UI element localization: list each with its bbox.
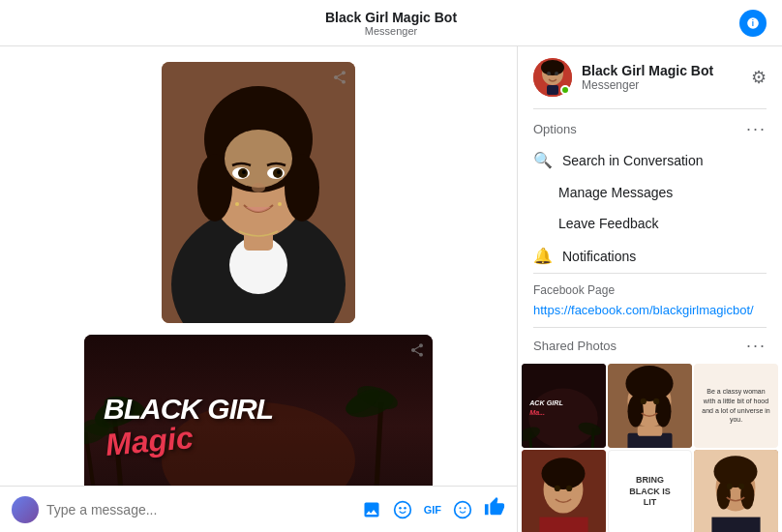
chat-area: BLACK GIRL Magic <box>0 46 518 532</box>
bgm-banner-container: BLACK GIRL Magic <box>84 335 433 486</box>
svg-point-39 <box>465 507 466 509</box>
svg-point-17 <box>277 170 281 174</box>
notifications-label: Notifications <box>562 249 636 264</box>
svg-point-37 <box>455 501 471 517</box>
search-conversation-label: Search in Conversation <box>562 153 704 168</box>
bot-avatar <box>533 58 572 97</box>
svg-point-43 <box>541 60 564 75</box>
top-bar: Black Girl Magic Bot Messenger i <box>0 0 782 46</box>
chat-messages: BLACK GIRL Magic <box>0 46 517 486</box>
bgm-line2: Magic <box>105 420 196 463</box>
options-label: Options <box>533 122 577 136</box>
svg-point-76 <box>738 484 744 489</box>
svg-point-60 <box>641 399 647 404</box>
leave-feedback-label: Leave Feedback <box>558 216 659 231</box>
svg-rect-77 <box>711 517 760 532</box>
share-icon-top[interactable] <box>332 70 347 89</box>
portrait-message <box>162 62 355 323</box>
svg-point-35 <box>399 507 402 510</box>
photo-thumb-6[interactable] <box>694 450 778 532</box>
share-icon-bottom[interactable] <box>409 342 425 362</box>
shared-photos-header: Shared Photos ··· <box>518 328 782 364</box>
svg-point-48 <box>528 389 598 448</box>
svg-point-36 <box>404 507 406 510</box>
right-panel: Black Girl Magic Bot Messenger ⚙ Options… <box>518 46 782 532</box>
svg-point-11 <box>225 130 292 188</box>
svg-point-61 <box>653 399 659 404</box>
like-button[interactable] <box>484 496 505 522</box>
input-actions: GIF <box>362 496 505 522</box>
photo-thumb-1[interactable]: ACK GIRL Ma... <box>522 364 606 448</box>
facebook-page-label: Facebook Page <box>518 274 782 301</box>
svg-point-68 <box>566 486 572 491</box>
svg-point-38 <box>460 507 462 509</box>
sticker-button[interactable] <box>393 500 412 519</box>
options-row: Options ··· <box>518 109 782 143</box>
main-content: BLACK GIRL Magic <box>0 46 782 532</box>
quote-text: Be a classy woman with a little bit of h… <box>698 383 774 429</box>
shared-photos-label: Shared Photos <box>533 339 617 353</box>
options-more-button[interactable]: ··· <box>746 119 767 139</box>
messenger-label: Messenger <box>325 25 457 37</box>
svg-rect-63 <box>638 426 663 435</box>
panel-bot-subtitle: Messenger <box>582 78 741 92</box>
bell-icon: 🔔 <box>533 247 553 265</box>
svg-point-75 <box>727 484 733 489</box>
panel-bot-name: Black Girl Magic Bot <box>582 63 741 78</box>
svg-point-57 <box>625 366 673 401</box>
search-icon: 🔍 <box>533 151 553 169</box>
chat-input-area: GIF <box>0 486 517 532</box>
message-input[interactable] <box>46 502 354 517</box>
online-indicator <box>560 85 570 95</box>
svg-text:i: i <box>752 18 754 27</box>
emoji-button[interactable] <box>453 500 472 519</box>
bring-text: BRINGBLACK ISLIT <box>625 471 675 513</box>
photo-thumb-2[interactable] <box>608 364 692 448</box>
info-button[interactable]: i <box>739 10 767 37</box>
svg-text:Ma...: Ma... <box>529 409 545 417</box>
gif-button[interactable]: GIF <box>424 504 441 516</box>
svg-rect-46 <box>547 85 558 95</box>
svg-point-16 <box>242 170 246 174</box>
panel-header-info: Black Girl Magic Bot Messenger <box>582 63 741 92</box>
photo-thumb-5[interactable]: BRINGBLACK ISLIT <box>608 450 692 532</box>
portrait-image <box>162 62 355 323</box>
svg-point-18 <box>252 183 265 192</box>
bgm-banner: BLACK GIRL Magic <box>84 335 433 486</box>
panel-header: Black Girl Magic Bot Messenger ⚙ <box>518 46 782 108</box>
photo-thumb-3[interactable]: Be a classy woman with a little bit of h… <box>694 364 778 448</box>
search-conversation-item[interactable]: 🔍 Search in Conversation <box>518 143 782 177</box>
bot-name-title: Black Girl Magic Bot <box>325 10 457 25</box>
gear-button[interactable]: ⚙ <box>751 67 767 88</box>
fb-link[interactable]: https://facebook.com/blackgirlmagicbot/ <box>518 301 782 327</box>
shared-photos-more-button[interactable]: ··· <box>746 336 767 356</box>
svg-point-45 <box>555 72 558 75</box>
image-button[interactable] <box>362 500 381 519</box>
svg-rect-69 <box>539 517 587 532</box>
manage-messages-label: Manage Messages <box>558 185 673 200</box>
user-avatar <box>12 496 39 523</box>
svg-point-72 <box>713 456 757 488</box>
svg-point-34 <box>394 501 410 517</box>
photo-thumb-4[interactable] <box>522 450 606 532</box>
svg-point-67 <box>555 486 560 491</box>
svg-point-44 <box>547 72 551 75</box>
photos-grid: ACK GIRL Ma... <box>518 364 782 532</box>
leave-feedback-item[interactable]: Leave Feedback <box>518 208 782 239</box>
svg-text:ACK GIRL: ACK GIRL <box>528 399 563 407</box>
bgm-line1: BLACK GIRL <box>104 395 273 424</box>
bgm-text: BLACK GIRL Magic <box>104 395 273 459</box>
svg-point-20 <box>278 202 282 206</box>
manage-messages-item[interactable]: Manage Messages <box>518 177 782 208</box>
notifications-item[interactable]: 🔔 Notifications <box>518 239 782 273</box>
svg-point-19 <box>235 202 239 206</box>
svg-point-66 <box>541 458 585 489</box>
top-bar-title: Black Girl Magic Bot Messenger <box>325 10 457 37</box>
